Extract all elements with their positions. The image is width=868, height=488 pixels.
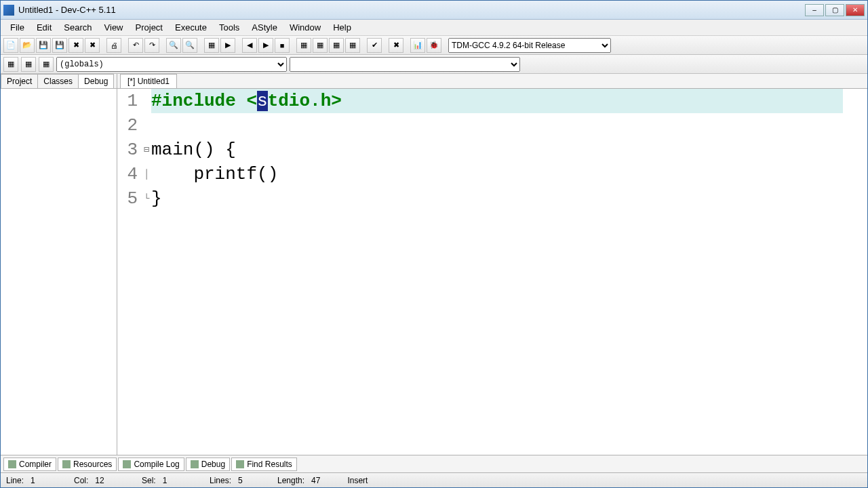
- line-number: 1: [117, 89, 142, 113]
- line-number: 4: [117, 162, 142, 186]
- compiler-icon: [8, 460, 16, 468]
- debug-icon: [191, 460, 199, 468]
- code-line-3[interactable]: main() {: [151, 138, 236, 162]
- code-line-1[interactable]: #include <stdio.h>: [151, 89, 843, 113]
- code-line-5[interactable]: }: [151, 186, 162, 211]
- compile-run-icon[interactable]: ▦: [296, 38, 311, 53]
- separator: [161, 38, 165, 53]
- tab-project[interactable]: Project: [1, 74, 38, 88]
- toolbar-secondary: ▦ ▦ ▦ (globals): [1, 55, 867, 74]
- line-number: 2: [117, 113, 142, 138]
- new-file-icon[interactable]: 📄: [3, 38, 18, 53]
- maximize-button[interactable]: ▢: [825, 4, 844, 16]
- fold-gutter: [142, 89, 151, 113]
- tab-find-results[interactable]: Find Results: [231, 458, 297, 471]
- menubar: File Edit Search View Project Execute To…: [1, 20, 867, 36]
- app-window: Untitled1 - Dev-C++ 5.11 – ▢ ✕ File Edit…: [0, 0, 868, 488]
- bottom-tabs: Compiler Resources Compile Log Debug Fin…: [1, 455, 867, 472]
- bookmark-icon[interactable]: ▦: [21, 57, 36, 72]
- separator: [123, 38, 127, 53]
- line-number: 3: [117, 138, 142, 162]
- menu-help[interactable]: Help: [328, 21, 357, 34]
- menu-edit[interactable]: Edit: [31, 21, 57, 34]
- forward-icon[interactable]: ▶: [258, 38, 273, 53]
- save-all-icon[interactable]: 💾: [52, 38, 67, 53]
- menu-astyle[interactable]: AStyle: [246, 21, 283, 34]
- menu-execute[interactable]: Execute: [170, 21, 212, 34]
- tab-debug-bottom[interactable]: Debug: [186, 458, 230, 471]
- print-icon[interactable]: 🖨: [106, 38, 121, 53]
- bug-icon[interactable]: 🐞: [427, 38, 441, 53]
- menu-search[interactable]: Search: [58, 21, 97, 34]
- close-file-icon[interactable]: ✖: [68, 38, 83, 53]
- separator: [443, 38, 447, 53]
- save-icon[interactable]: 💾: [36, 38, 51, 53]
- profile-icon[interactable]: ▦: [345, 38, 360, 53]
- scope-select[interactable]: (globals): [56, 57, 287, 72]
- side-tabs: Project Classes Debug: [1, 74, 117, 89]
- menu-tools[interactable]: Tools: [214, 21, 245, 34]
- file-tab-untitled[interactable]: [*] Untitled1: [120, 74, 177, 88]
- file-tabs: [*] Untitled1: [117, 74, 867, 89]
- toggle-icon[interactable]: ▦: [39, 57, 54, 72]
- separator: [101, 38, 105, 53]
- code-line-2[interactable]: [151, 113, 162, 138]
- app-icon: [3, 5, 14, 16]
- tab-debug[interactable]: Debug: [78, 74, 114, 88]
- minimize-button[interactable]: –: [805, 4, 824, 16]
- find-icon[interactable]: 🔍: [166, 38, 181, 53]
- status-sel: Sel: 1: [142, 476, 182, 485]
- separator: [361, 38, 366, 53]
- menu-file[interactable]: File: [5, 21, 30, 34]
- status-col: Col: 12: [74, 476, 115, 485]
- toolbar-main: 📄 📂 💾 💾 ✖ ✖ 🖨 ↶ ↷ 🔍 🔍 ▦ ▶ ◀ ▶ ■ ▦ ▦ ▦ ▦ …: [1, 36, 867, 55]
- run-icon[interactable]: ▶: [220, 38, 235, 53]
- editor-area: [*] Untitled1 1 #include <stdio.h> 2: [117, 74, 867, 455]
- undo-icon[interactable]: ↶: [128, 38, 143, 53]
- menu-project[interactable]: Project: [130, 21, 168, 34]
- status-mode: Insert: [347, 476, 388, 485]
- rebuild-icon[interactable]: ▦: [313, 38, 328, 53]
- member-select[interactable]: [290, 57, 520, 72]
- compile-icon[interactable]: ▦: [204, 38, 219, 53]
- line-number: 5: [117, 186, 142, 211]
- replace-icon[interactable]: 🔍: [182, 38, 197, 53]
- separator: [405, 38, 409, 53]
- tab-compiler[interactable]: Compiler: [3, 458, 56, 471]
- code-editor[interactable]: 1 #include <stdio.h> 2 3 ⊟ main() {: [117, 89, 867, 455]
- code-line-4[interactable]: printf(): [151, 162, 278, 186]
- status-length: Length: 47: [277, 476, 320, 485]
- check-icon[interactable]: ✔: [367, 38, 382, 53]
- back-icon[interactable]: ◀: [242, 38, 257, 53]
- fold-gutter: [142, 113, 151, 138]
- menu-window[interactable]: Window: [284, 21, 326, 34]
- main-area: Project Classes Debug [*] Untitled1 1 #i…: [1, 74, 867, 455]
- log-icon: [123, 460, 131, 468]
- titlebar: Untitled1 - Dev-C++ 5.11 – ▢ ✕: [1, 1, 867, 20]
- close-all-icon[interactable]: ✖: [85, 38, 100, 53]
- status-lines: Lines: 5: [210, 476, 250, 485]
- status-line: Line: 1: [6, 476, 47, 485]
- compiler-select[interactable]: TDM-GCC 4.9.2 64-bit Release: [448, 38, 611, 53]
- find-icon: [236, 460, 244, 468]
- separator: [199, 38, 203, 53]
- chart-icon[interactable]: 📊: [410, 38, 425, 53]
- side-content: [1, 89, 117, 455]
- delete-icon[interactable]: ✖: [389, 38, 403, 53]
- fold-collapse-icon[interactable]: ⊟: [142, 138, 151, 162]
- separator: [291, 38, 295, 53]
- separator: [237, 38, 241, 53]
- side-panel: Project Classes Debug: [1, 74, 117, 455]
- redo-icon[interactable]: ↷: [144, 38, 159, 53]
- tab-resources[interactable]: Resources: [58, 458, 117, 471]
- menu-view[interactable]: View: [99, 21, 129, 34]
- fold-end-icon: └: [142, 186, 151, 211]
- open-icon[interactable]: 📂: [20, 38, 35, 53]
- debug-icon[interactable]: ▦: [329, 38, 344, 53]
- close-button[interactable]: ✕: [846, 4, 865, 16]
- window-title: Untitled1 - Dev-C++ 5.11: [18, 5, 805, 15]
- goto-icon[interactable]: ▦: [3, 57, 18, 72]
- stop-icon[interactable]: ■: [275, 38, 290, 53]
- tab-classes[interactable]: Classes: [37, 74, 79, 88]
- tab-compile-log[interactable]: Compile Log: [118, 458, 184, 471]
